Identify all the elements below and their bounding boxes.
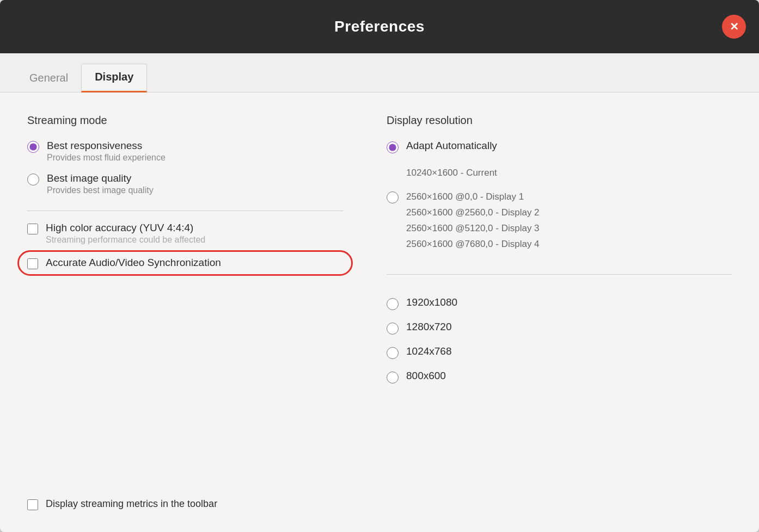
resolution-radio-group: Adapt Automatically 10240×1600 - Current… bbox=[387, 140, 732, 383]
streaming-mode-radio-group: Best responsiveness Provides most fluid … bbox=[27, 140, 343, 195]
checkbox-group: High color accuracy (YUV 4:4:4) Streamin… bbox=[27, 222, 343, 269]
resolution-800x600-label: 800x600 bbox=[406, 370, 446, 382]
audio-video-sync-label: Accurate Audio/Video Synchronization bbox=[46, 257, 221, 269]
toolbar-metrics-checkbox[interactable] bbox=[27, 499, 38, 510]
titlebar: Preferences ✕ bbox=[0, 0, 759, 53]
resolution-1920x1080[interactable]: 1920x1080 bbox=[387, 296, 732, 310]
tab-general[interactable]: General bbox=[16, 65, 81, 92]
left-column: Streaming mode Best responsiveness Provi… bbox=[27, 114, 343, 465]
tabs-bar: General Display bbox=[0, 53, 759, 92]
multi-display-item[interactable]: 2560×1600 @0,0 - Display 1 2560×1600 @25… bbox=[387, 189, 732, 252]
audio-video-sync-item[interactable]: Accurate Audio/Video Synchronization bbox=[27, 257, 343, 269]
high-color-accuracy-label: High color accuracy (YUV 4:4:4) bbox=[46, 222, 205, 234]
streaming-mode-title: Streaming mode bbox=[27, 114, 343, 127]
best-responsiveness-label: Best responsiveness bbox=[47, 140, 166, 152]
resolution-divider bbox=[387, 274, 732, 275]
content-area: Streaming mode Best responsiveness Provi… bbox=[0, 92, 759, 532]
toolbar-metrics-label: Display streaming metrics in the toolbar bbox=[46, 498, 217, 510]
toolbar-metrics-item[interactable]: Display streaming metrics in the toolbar bbox=[27, 498, 732, 510]
adapt-automatically-radio[interactable] bbox=[387, 141, 399, 153]
resolution-800x600-radio[interactable] bbox=[387, 372, 399, 383]
streaming-mode-best-image-quality[interactable]: Best image quality Provides best image q… bbox=[27, 172, 343, 195]
high-color-accuracy-item[interactable]: High color accuracy (YUV 4:4:4) Streamin… bbox=[27, 222, 343, 245]
audio-video-sync-checkbox[interactable] bbox=[27, 258, 38, 269]
adapt-automatically-label: Adapt Automatically bbox=[406, 140, 497, 152]
high-color-accuracy-checkbox[interactable] bbox=[27, 224, 38, 234]
current-resolution: 10240×1600 - Current bbox=[387, 168, 732, 178]
streaming-mode-best-responsiveness[interactable]: Best responsiveness Provides most fluid … bbox=[27, 140, 343, 163]
multi-display-radio[interactable] bbox=[387, 191, 399, 203]
resolution-1024x768-radio[interactable] bbox=[387, 347, 399, 359]
preferences-window: Preferences ✕ General Display Streaming … bbox=[0, 0, 759, 532]
resolution-1920x1080-radio[interactable] bbox=[387, 298, 399, 310]
streaming-mode-best-image-quality-radio[interactable] bbox=[27, 174, 39, 185]
streaming-mode-best-responsiveness-radio[interactable] bbox=[27, 141, 39, 153]
resolution-1280x720[interactable]: 1280x720 bbox=[387, 321, 732, 335]
resolution-800x600[interactable]: 800x600 bbox=[387, 370, 732, 383]
best-image-quality-label: Best image quality bbox=[47, 172, 154, 184]
bottom-section: Display streaming metrics in the toolbar bbox=[27, 486, 732, 510]
window-title: Preferences bbox=[334, 18, 425, 35]
resolution-1024x768[interactable]: 1024x768 bbox=[387, 345, 732, 359]
resolution-1280x720-radio[interactable] bbox=[387, 323, 399, 335]
display-resolution-title: Display resolution bbox=[387, 114, 732, 127]
divider bbox=[27, 211, 343, 211]
tab-display[interactable]: Display bbox=[81, 64, 147, 92]
right-column: Display resolution Adapt Automatically 1… bbox=[387, 114, 732, 465]
adapt-automatically-item[interactable]: Adapt Automatically bbox=[387, 140, 732, 153]
best-responsiveness-sublabel: Provides most fluid experience bbox=[47, 153, 166, 163]
multi-display-label: 2560×1600 @0,0 - Display 1 2560×1600 @25… bbox=[406, 189, 540, 252]
high-color-accuracy-sublabel: Streaming performance could be affected bbox=[46, 235, 205, 245]
resolution-1280x720-label: 1280x720 bbox=[406, 321, 451, 333]
resolution-1024x768-label: 1024x768 bbox=[406, 345, 451, 357]
two-columns: Streaming mode Best responsiveness Provi… bbox=[27, 114, 732, 465]
close-button[interactable]: ✕ bbox=[722, 15, 746, 39]
close-icon: ✕ bbox=[730, 20, 739, 33]
best-image-quality-sublabel: Provides best image quality bbox=[47, 185, 154, 195]
resolution-1920x1080-label: 1920x1080 bbox=[406, 296, 457, 308]
